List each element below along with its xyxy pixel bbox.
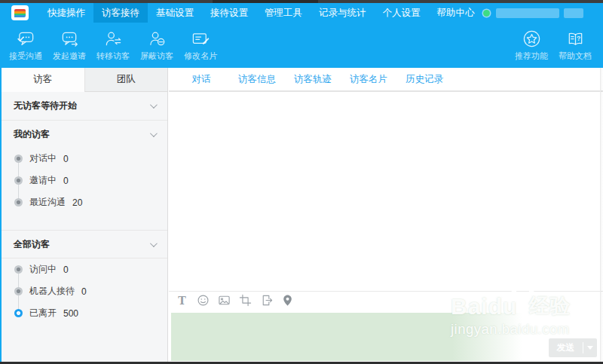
item-label: 最近沟通 xyxy=(29,196,66,209)
titlebar-right xyxy=(483,3,603,23)
list-item-inviting[interactable]: 邀请中 0 xyxy=(2,170,167,191)
send-invite-button[interactable]: 发起邀请 xyxy=(47,23,91,68)
block-visitor-button[interactable]: 屏蔽访客 xyxy=(135,23,179,68)
tab-team[interactable]: 团队 xyxy=(84,68,168,92)
section-title: 我的访客 xyxy=(14,128,50,141)
watermark-url: jingyan.baidu.com xyxy=(451,321,598,338)
app-window: 快捷操作 访客接待 基础设置 接待设置 管理工具 记录与统计 个人设置 帮助中心 xyxy=(0,0,603,364)
location-pin-icon xyxy=(281,294,294,307)
chat-message-area xyxy=(169,92,603,291)
tab-visitor-trail[interactable]: 访客轨迹 xyxy=(285,73,341,86)
my-visitors-list: 对话中 0 邀请中 0 最近沟通 20 xyxy=(2,148,167,213)
recommended-features-button[interactable]: 推荐功能 xyxy=(510,23,553,68)
visitor-block-icon xyxy=(148,29,167,48)
composer-input-area[interactable]: Baidu 经验 jingyan.baidu.com 发送 xyxy=(169,309,603,362)
item-count: 20 xyxy=(72,197,82,208)
section-no-visitor-waiting[interactable]: 无访客等待开始 xyxy=(2,92,167,121)
toolbar-button-label: 屏蔽访客 xyxy=(140,50,173,62)
menu-item-basic-settings[interactable]: 基础设置 xyxy=(148,3,202,23)
baidu-jingyan-watermark: Baidu 经验 jingyan.baidu.com xyxy=(451,292,598,338)
edit-card-button[interactable]: 修改名片 xyxy=(179,23,222,68)
send-button[interactable]: 发送 xyxy=(549,338,597,357)
main-menu: 快捷操作 访客接待 基础设置 接待设置 管理工具 记录与统计 个人设置 帮助中心 xyxy=(39,3,483,23)
baidu-paw-icon xyxy=(510,282,535,304)
chat-invite-icon xyxy=(60,29,79,48)
visitor-sidebar: 访客 团队 无访客等待开始 我的访客 对话中 0 邀请中 xyxy=(0,68,168,362)
list-item-visiting[interactable]: 访问中 0 xyxy=(2,258,167,280)
list-item-left[interactable]: 已离开 500 xyxy=(2,302,167,324)
help-docs-button[interactable]: ? 帮助文档 xyxy=(553,23,597,68)
toolbar-left-group: 接受沟通 发起邀请 转移访客 xyxy=(4,23,222,68)
window-controls xyxy=(598,3,603,23)
redacted-username xyxy=(496,8,559,18)
item-label: 邀请中 xyxy=(29,174,57,187)
menu-item-management-tools[interactable]: 管理工具 xyxy=(256,3,311,23)
online-status-dot xyxy=(483,10,490,17)
card-edit-icon xyxy=(191,29,210,48)
redacted-username-suffix xyxy=(564,8,583,18)
item-label: 已离开 xyxy=(29,307,57,320)
status-bullet xyxy=(14,287,23,295)
status-bullet xyxy=(14,176,23,185)
menu-item-reception-settings[interactable]: 接待设置 xyxy=(202,3,256,23)
list-item-in-conversation[interactable]: 对话中 0 xyxy=(2,148,167,170)
menu-item-personal-settings[interactable]: 个人设置 xyxy=(375,3,429,23)
chevron-down-icon xyxy=(150,101,158,109)
tab-visitors[interactable]: 访客 xyxy=(2,68,84,92)
item-count: 0 xyxy=(81,286,87,297)
tab-history[interactable]: 历史记录 xyxy=(396,73,452,86)
toolbar-button-label: 发起邀请 xyxy=(53,50,86,62)
chevron-down-icon xyxy=(150,240,158,247)
chevron-down-icon xyxy=(150,130,158,137)
screenshot-button[interactable] xyxy=(239,294,252,307)
list-item-robot-reception[interactable]: 机器人接待 0 xyxy=(2,280,167,302)
toolbar-button-label: 修改名片 xyxy=(184,50,217,62)
help-doc-icon: ? xyxy=(566,29,585,48)
menu-item-records-statistics[interactable]: 记录与统计 xyxy=(311,3,375,23)
menu-item-quick-actions[interactable]: 快捷操作 xyxy=(39,3,93,23)
tab-visitor-info[interactable]: 访客信息 xyxy=(229,73,285,86)
toolbar-button-label: 转移访客 xyxy=(96,50,130,62)
main-panel: 对话 访客信息 访客轨迹 访客名片 历史记录 T xyxy=(169,68,603,362)
detail-tabs: 对话 访客信息 访客轨迹 访客名片 历史记录 xyxy=(169,68,603,92)
menu-item-help-center[interactable]: 帮助中心 xyxy=(429,3,483,23)
item-count: 0 xyxy=(63,176,69,186)
item-label: 机器人接待 xyxy=(29,285,75,298)
status-bullet xyxy=(14,265,23,274)
rainbow-bubble-icon xyxy=(14,9,26,17)
tab-visitor-card[interactable]: 访客名片 xyxy=(341,73,396,86)
location-button[interactable] xyxy=(281,294,294,307)
accept-chat-button[interactable]: 接受沟通 xyxy=(4,23,47,68)
image-button[interactable] xyxy=(218,294,231,307)
item-count: 500 xyxy=(63,308,78,319)
star-circle-icon xyxy=(522,29,541,48)
send-options-caret[interactable] xyxy=(583,346,597,350)
image-icon xyxy=(218,294,231,307)
svg-text:?: ? xyxy=(577,35,580,42)
app-body: 访客 团队 无访客等待开始 我的访客 对话中 0 邀请中 xyxy=(0,68,603,362)
menu-item-visitor-reception[interactable]: 访客接待 xyxy=(93,3,148,23)
titlebar: 快捷操作 访客接待 基础设置 接待设置 管理工具 记录与统计 个人设置 帮助中心 xyxy=(0,3,603,23)
toolbar-button-label: 推荐功能 xyxy=(515,50,548,62)
action-toolbar: 接受沟通 发起邀请 转移访客 xyxy=(0,23,603,68)
section-all-visitors[interactable]: 全部访客 xyxy=(2,230,167,258)
transfer-visitor-button[interactable]: 转移访客 xyxy=(91,23,135,68)
send-button-label: 发送 xyxy=(549,341,583,354)
text-format-icon: T xyxy=(178,295,185,306)
emoji-icon xyxy=(197,294,210,307)
all-visitors-list: 访问中 0 机器人接待 0 已离开 500 xyxy=(2,258,167,324)
toolbar-right-group: 推荐功能 ? 帮助文档 xyxy=(510,23,597,68)
send-file-button[interactable] xyxy=(260,294,273,307)
text-format-button[interactable]: T xyxy=(176,294,188,307)
minimize-button[interactable] xyxy=(598,3,603,23)
item-label: 对话中 xyxy=(29,152,57,165)
status-bullet-active xyxy=(14,309,23,317)
file-send-icon xyxy=(260,294,273,307)
tab-conversation[interactable]: 对话 xyxy=(173,73,229,86)
app-logo-icon xyxy=(11,5,29,20)
item-count: 0 xyxy=(63,154,69,164)
emoji-button[interactable] xyxy=(197,294,210,307)
list-item-recent-chats[interactable]: 最近沟通 20 xyxy=(2,191,167,213)
item-label: 访问中 xyxy=(29,263,57,276)
section-my-visitors[interactable]: 我的访客 xyxy=(2,121,167,148)
